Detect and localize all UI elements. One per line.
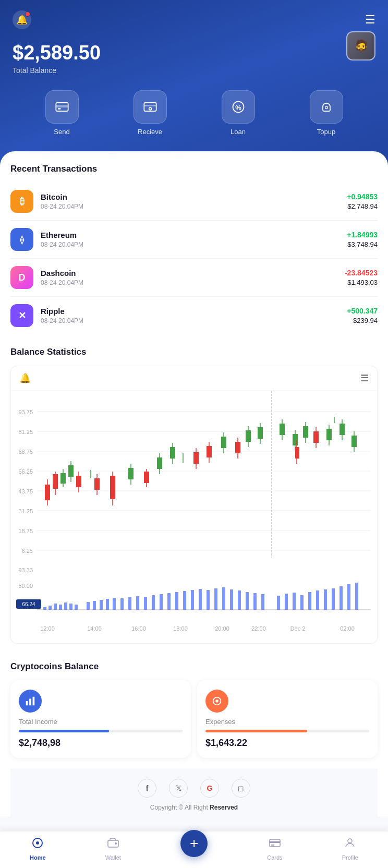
svg-rect-40 <box>110 476 115 499</box>
copyright-text: Copyright © All Right Reserved <box>10 804 378 811</box>
svg-rect-53 <box>207 446 212 457</box>
svg-rect-51 <box>193 452 199 464</box>
transaction-ripple[interactable]: ✕ Ripple 08-24 20.04PM +500.347 $239.94 <box>10 297 378 334</box>
svg-rect-84 <box>43 607 46 610</box>
svg-rect-119 <box>308 592 311 610</box>
svg-rect-90 <box>75 605 78 610</box>
action-topup[interactable]: Topup <box>310 90 343 136</box>
svg-text:93.75: 93.75 <box>18 409 33 415</box>
svg-text:20:00: 20:00 <box>215 625 229 632</box>
income-progress <box>19 730 183 732</box>
ethereum-date: 08-24 20.04PM <box>41 241 347 248</box>
svg-rect-93 <box>100 600 103 610</box>
receive-icon <box>134 90 167 124</box>
transaction-bitcoin[interactable]: ₿ Bitcoin 08-24 20.04PM +0.94853 $2,748.… <box>10 183 378 221</box>
svg-text:80.00: 80.00 <box>18 583 33 589</box>
svg-rect-120 <box>316 590 319 610</box>
svg-rect-111 <box>238 590 241 610</box>
profile-nav-label: Profile <box>342 854 358 861</box>
menu-icon[interactable]: ☰ <box>365 13 375 27</box>
svg-rect-97 <box>128 597 131 610</box>
ripple-amount: +500.347 $239.94 <box>347 307 378 324</box>
svg-rect-99 <box>144 597 147 610</box>
svg-rect-86 <box>54 604 57 610</box>
nav-profile[interactable]: Profile <box>342 837 358 861</box>
income-progress-fill <box>19 730 109 732</box>
svg-rect-55 <box>221 437 226 448</box>
svg-point-138 <box>215 700 219 703</box>
home-nav-icon <box>31 837 44 852</box>
chart-menu-icon[interactable]: ☰ <box>360 372 369 384</box>
add-button[interactable]: + <box>180 830 208 857</box>
ethereum-icon: ⟠ <box>10 228 33 251</box>
svg-text:93.33: 93.33 <box>18 567 33 573</box>
bottom-nav: Home Wallet + Cards <box>0 831 388 868</box>
action-send[interactable]: Send <box>45 90 79 136</box>
instagram-icon[interactable]: ◻ <box>232 779 250 798</box>
notification-bell[interactable]: 🔔 <box>13 10 31 29</box>
transaction-dashcoin[interactable]: D Dashcoin 08-24 20.04PM -23.84523 $1,49… <box>10 259 378 297</box>
svg-rect-73 <box>340 424 345 435</box>
ripple-value: $239.94 <box>347 317 378 324</box>
quick-actions: Send Recieve % Loan <box>13 90 375 136</box>
svg-rect-104 <box>183 591 186 610</box>
nav-wallet[interactable]: Wallet <box>105 837 121 861</box>
svg-rect-123 <box>340 586 343 610</box>
svg-rect-116 <box>285 594 288 610</box>
bitcoin-change: +0.94853 <box>347 192 378 201</box>
nav-cards[interactable]: Cards <box>267 837 282 861</box>
svg-rect-85 <box>48 606 52 610</box>
transaction-ethereum[interactable]: ⟠ Ethereum 08-24 20.04PM +1.84993 $3,748… <box>10 221 378 259</box>
dashcoin-date: 08-24 20.04PM <box>41 279 345 286</box>
ripple-icon: ✕ <box>10 304 33 327</box>
topup-icon <box>310 90 343 124</box>
svg-text:6.25: 6.25 <box>22 548 33 554</box>
facebook-icon[interactable]: f <box>138 779 156 798</box>
svg-rect-59 <box>246 430 251 442</box>
action-loan[interactable]: % Loan <box>222 90 255 136</box>
svg-text:56.25: 56.25 <box>18 468 33 475</box>
twitter-icon[interactable]: 𝕏 <box>169 779 188 798</box>
action-receive[interactable]: Recieve <box>134 90 167 136</box>
notification-dot <box>25 11 30 17</box>
svg-point-142 <box>115 842 117 845</box>
chart-bell-icon[interactable]: 🔔 <box>19 372 31 384</box>
expenses-progress-fill <box>205 730 307 732</box>
svg-rect-75 <box>351 436 357 447</box>
send-label: Send <box>54 128 69 136</box>
svg-text:Dec 2: Dec 2 <box>290 625 306 632</box>
svg-text:16:00: 16:00 <box>131 625 146 632</box>
svg-rect-101 <box>160 594 163 610</box>
crypto-balance-title: Cryptocoins Balance <box>10 661 378 672</box>
income-amount: $2,748,98 <box>19 738 183 749</box>
svg-rect-1 <box>56 105 68 108</box>
income-card: Total Income $2,748,98 <box>10 680 191 758</box>
topup-label: Topup <box>317 128 335 136</box>
svg-text:%: % <box>235 104 241 112</box>
ethereum-info: Ethereum 08-24 20.04PM <box>41 231 347 248</box>
svg-rect-136 <box>33 697 35 706</box>
loan-label: Loan <box>231 128 246 136</box>
bitcoin-icon: ₿ <box>10 190 33 213</box>
svg-rect-113 <box>253 593 257 610</box>
svg-rect-69 <box>313 431 319 443</box>
bitcoin-date: 08-24 20.04PM <box>41 203 347 210</box>
home-nav-label: Home <box>30 854 46 861</box>
chart-header: 🔔 ☰ <box>11 366 377 391</box>
bitcoin-amount: +0.94853 $2,748.94 <box>347 192 378 210</box>
nav-home[interactable]: Home <box>30 837 46 861</box>
stats-section: Balance Statistics 🔔 ☰ 93.75 81.25 68.75… <box>10 347 378 649</box>
svg-text:81.25: 81.25 <box>18 429 33 435</box>
svg-rect-114 <box>261 594 264 610</box>
svg-rect-37 <box>94 478 100 490</box>
svg-point-140 <box>36 841 39 845</box>
svg-rect-117 <box>293 593 296 610</box>
svg-rect-96 <box>120 598 124 610</box>
svg-text:66.24: 66.24 <box>22 601 35 607</box>
ripple-change: +500.347 <box>347 307 378 315</box>
google-icon[interactable]: G <box>200 779 219 798</box>
avatar[interactable]: 🧔 <box>346 31 375 61</box>
dashcoin-value: $1,493.03 <box>345 279 378 286</box>
expenses-amount: $1,643.22 <box>205 738 369 749</box>
svg-text:22:00: 22:00 <box>251 625 266 632</box>
